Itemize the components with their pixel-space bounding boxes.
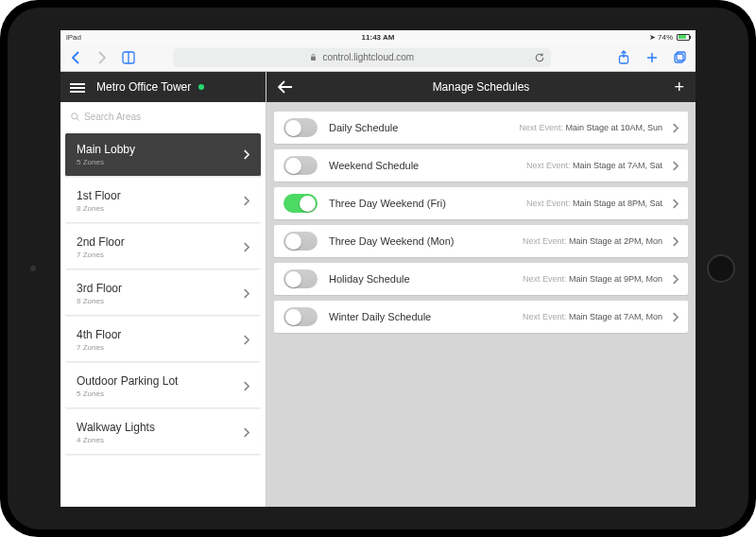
search-icon xyxy=(70,112,80,122)
next-event: Next Event: Main Stage at 7AM, Mon xyxy=(523,312,662,321)
area-item[interactable]: Outdoor Parking Lot5 Zones xyxy=(65,365,261,408)
schedule-toggle[interactable] xyxy=(284,307,318,326)
main-header: Manage Schedules + xyxy=(266,72,696,102)
main-panel: Manage Schedules + Daily ScheduleNext Ev… xyxy=(266,72,696,507)
chevron-right-icon xyxy=(672,236,679,247)
next-event: Next Event: Main Stage at 7AM, Sat xyxy=(526,161,662,170)
sidebar: Metro Office Tower Search Areas Main Lob… xyxy=(60,72,266,507)
main-title: Manage Schedules xyxy=(433,80,530,94)
svg-rect-2 xyxy=(312,57,317,61)
schedule-name: Winter Daily Schedule xyxy=(329,311,466,322)
chevron-right-icon xyxy=(243,427,249,438)
area-item[interactable]: 4th Floor7 Zones xyxy=(65,319,261,362)
schedule-toggle[interactable] xyxy=(284,232,318,251)
search-placeholder: Search Areas xyxy=(84,112,141,122)
location-icon: ➤ xyxy=(649,33,656,42)
back-button[interactable] xyxy=(278,80,293,94)
area-item[interactable]: Walkway Lights4 Zones xyxy=(65,411,261,455)
area-name: Main Lobby xyxy=(77,143,135,156)
chevron-right-icon xyxy=(243,242,249,252)
add-schedule-button[interactable]: + xyxy=(674,78,684,97)
chevron-right-icon xyxy=(243,196,249,206)
reload-icon[interactable] xyxy=(534,52,545,63)
status-time: 11:43 AM xyxy=(362,33,395,42)
schedule-name: Weekend Schedule xyxy=(329,160,466,171)
area-zone-count: 8 Zones xyxy=(77,204,121,213)
area-item[interactable]: Main Lobby5 Zones xyxy=(65,133,261,177)
new-tab-icon[interactable] xyxy=(644,50,660,65)
next-event: Next Event: Main Stage at 8PM, Sat xyxy=(526,199,662,208)
area-name: 3rd Floor xyxy=(77,282,122,295)
area-zone-count: 7 Zones xyxy=(77,343,121,352)
chevron-right-icon xyxy=(672,274,679,285)
browser-forward-button[interactable] xyxy=(94,50,110,65)
area-item[interactable]: 2nd Floor7 Zones xyxy=(65,226,261,269)
browser-back-button[interactable] xyxy=(68,50,83,65)
area-zone-count: 8 Zones xyxy=(77,297,122,305)
chevron-right-icon xyxy=(243,288,249,299)
svg-rect-5 xyxy=(675,54,683,62)
schedule-toggle[interactable] xyxy=(284,156,318,175)
area-name: 2nd Floor xyxy=(77,235,125,249)
chevron-right-icon xyxy=(672,199,679,209)
browser-toolbar: control.lightcloud.com xyxy=(60,43,696,72)
chevron-right-icon xyxy=(672,123,679,133)
area-list: Main Lobby5 Zones1st Floor8 Zones2nd Flo… xyxy=(60,130,266,458)
area-name: 4th Floor xyxy=(77,328,121,341)
schedule-toggle[interactable] xyxy=(284,118,318,137)
status-right-cluster: ➤ 74% xyxy=(649,33,690,42)
ios-status-bar: iPad 11:43 AM ➤ 74% xyxy=(60,30,696,43)
camera xyxy=(30,266,36,271)
schedule-name: Daily Schedule xyxy=(329,122,466,133)
chevron-right-icon xyxy=(243,381,249,391)
area-item[interactable]: 1st Floor8 Zones xyxy=(65,180,261,223)
share-icon[interactable] xyxy=(616,50,631,65)
schedule-name: Three Day Weekend (Mon) xyxy=(329,235,466,247)
status-battery-pct: 74% xyxy=(658,33,673,42)
next-event: Next Event: Main Stage at 10AM, Sun xyxy=(519,123,662,132)
schedule-toggle[interactable] xyxy=(284,269,318,288)
chevron-right-icon xyxy=(672,161,679,171)
svg-line-7 xyxy=(77,118,78,120)
menu-icon[interactable] xyxy=(70,81,85,93)
search-areas-input[interactable]: Search Areas xyxy=(66,106,260,127)
svg-point-6 xyxy=(72,113,77,118)
schedule-list: Daily ScheduleNext Event: Main Stage at … xyxy=(266,102,696,342)
chevron-right-icon xyxy=(243,149,249,160)
area-item[interactable]: 3rd Floor8 Zones xyxy=(65,272,261,316)
schedule-name: Holiday Schedule xyxy=(329,273,466,285)
project-title: Metro Office Tower xyxy=(96,80,191,94)
schedule-row[interactable]: Daily ScheduleNext Event: Main Stage at … xyxy=(274,112,688,144)
chevron-right-icon xyxy=(243,335,249,345)
next-event: Next Event: Main Stage at 9PM, Mon xyxy=(523,274,662,284)
area-zone-count: 5 Zones xyxy=(77,390,178,398)
area-zone-count: 7 Zones xyxy=(77,251,125,259)
schedule-row[interactable]: Winter Daily ScheduleNext Event: Main St… xyxy=(274,301,688,333)
screen: iPad 11:43 AM ➤ 74% control.lightcloud.c xyxy=(60,30,696,507)
schedule-row[interactable]: Weekend ScheduleNext Event: Main Stage a… xyxy=(274,149,688,182)
status-device-label: iPad xyxy=(66,33,81,42)
url-bar[interactable]: control.lightcloud.com xyxy=(173,48,551,67)
area-name: Outdoor Parking Lot xyxy=(77,374,178,388)
chevron-right-icon xyxy=(672,312,679,322)
ipad-bezel: iPad 11:43 AM ➤ 74% control.lightcloud.c xyxy=(8,8,748,529)
area-name: Walkway Lights xyxy=(77,421,155,434)
url-text: control.lightcloud.com xyxy=(322,52,414,62)
area-zone-count: 4 Zones xyxy=(77,436,155,444)
ipad-device-frame: iPad 11:43 AM ➤ 74% control.lightcloud.c xyxy=(0,0,756,537)
home-button[interactable] xyxy=(707,254,735,283)
status-online-icon xyxy=(198,84,204,90)
area-name: 1st Floor xyxy=(77,189,121,202)
app-root: Metro Office Tower Search Areas Main Lob… xyxy=(60,72,696,507)
schedule-name: Three Day Weekend (Fri) xyxy=(329,198,466,209)
schedule-row[interactable]: Holiday ScheduleNext Event: Main Stage a… xyxy=(274,263,688,295)
lock-icon xyxy=(310,53,317,61)
battery-icon xyxy=(677,34,690,41)
area-zone-count: 5 Zones xyxy=(77,158,135,166)
sidebar-header: Metro Office Tower xyxy=(60,72,266,102)
bookmarks-icon[interactable] xyxy=(121,50,136,65)
schedule-row[interactable]: Three Day Weekend (Fri)Next Event: Main … xyxy=(274,187,688,219)
tabs-icon[interactable] xyxy=(673,50,688,65)
schedule-row[interactable]: Three Day Weekend (Mon)Next Event: Main … xyxy=(274,225,688,257)
schedule-toggle[interactable] xyxy=(284,194,318,213)
